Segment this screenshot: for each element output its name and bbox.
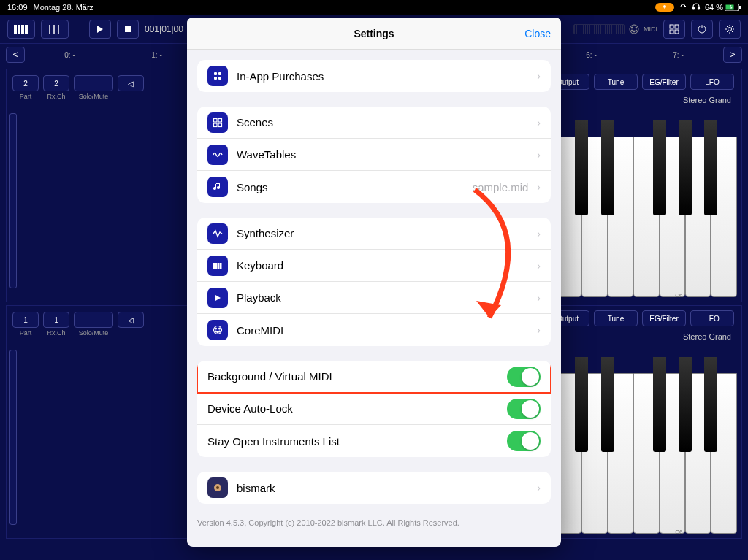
row-songs[interactable]: Songs sample.mid › bbox=[197, 171, 551, 203]
row-background-virtual-midi[interactable]: Background / Virtual MIDI bbox=[197, 361, 551, 393]
svg-rect-8 bbox=[18, 25, 20, 34]
status-bar: 16:09 Montag 28. März 64 % bbox=[0, 0, 748, 15]
status-date: Montag 28. März bbox=[34, 3, 94, 12]
slot-0[interactable]: 0: - bbox=[28, 51, 112, 59]
songs-detail: sample.mid bbox=[473, 181, 529, 193]
scenes-icon bbox=[207, 112, 228, 133]
svg-point-0 bbox=[663, 5, 666, 8]
svg-point-42 bbox=[219, 328, 221, 329]
row-scenes[interactable]: Scenes › bbox=[197, 107, 551, 139]
synth-icon bbox=[207, 223, 228, 244]
next-slot-button[interactable]: > bbox=[723, 47, 742, 63]
microphone-indicator bbox=[655, 3, 674, 12]
egfilter-button[interactable]: EG/Filter bbox=[642, 74, 686, 90]
playback-icon bbox=[207, 288, 228, 308]
tune-button[interactable]: Tune bbox=[594, 310, 638, 326]
part-selector[interactable]: 1 bbox=[12, 312, 39, 328]
midi-activity bbox=[573, 24, 625, 34]
status-time: 16:09 bbox=[7, 3, 28, 12]
octave-label: C6 bbox=[675, 529, 682, 535]
prev-slot-button[interactable]: < bbox=[6, 47, 25, 63]
chevron-right-icon: › bbox=[537, 181, 541, 193]
octave-down-button[interactable]: ◁ bbox=[118, 312, 144, 328]
svg-rect-38 bbox=[218, 263, 220, 269]
svg-point-41 bbox=[215, 328, 217, 329]
row-bismark[interactable]: bismark › bbox=[197, 472, 551, 504]
close-button[interactable]: Close bbox=[524, 28, 551, 39]
svg-rect-32 bbox=[214, 118, 218, 122]
svg-rect-3 bbox=[698, 7, 699, 9]
chevron-right-icon: › bbox=[537, 260, 541, 272]
keyboard-view-button[interactable] bbox=[7, 20, 35, 39]
row-device-autolock[interactable]: Device Auto-Lock bbox=[197, 393, 551, 425]
svg-rect-21 bbox=[670, 25, 673, 28]
lfo-button[interactable]: LFO bbox=[690, 74, 734, 90]
rxch-selector[interactable]: 2 bbox=[43, 75, 69, 91]
svg-rect-10 bbox=[25, 25, 28, 34]
bismark-icon bbox=[207, 477, 228, 498]
lfo-button[interactable]: LFO bbox=[690, 310, 734, 326]
svg-rect-24 bbox=[675, 30, 679, 34]
mixer-view-button[interactable] bbox=[41, 20, 69, 39]
modal-title: Settings bbox=[354, 28, 394, 39]
modal-header: Settings Close bbox=[187, 18, 561, 50]
row-synthesizer[interactable]: Synthesizer › bbox=[197, 218, 551, 250]
svg-rect-30 bbox=[214, 77, 217, 80]
egfilter-button[interactable]: EG/Filter bbox=[642, 310, 686, 326]
knob-button[interactable] bbox=[691, 20, 713, 39]
play-button[interactable] bbox=[89, 20, 111, 39]
svg-point-18 bbox=[631, 30, 633, 31]
slot-1[interactable]: 1: - bbox=[115, 51, 199, 59]
octave-label: C6 bbox=[675, 292, 682, 299]
settings-group-purchases: In-App Purchases › bbox=[197, 60, 551, 92]
svg-rect-22 bbox=[675, 25, 679, 28]
slot-6[interactable]: 6: - bbox=[549, 51, 633, 59]
orientation-lock-icon bbox=[679, 2, 687, 12]
slot-7[interactable]: 7: - bbox=[636, 51, 720, 59]
svg-point-16 bbox=[631, 27, 633, 28]
settings-modal: Settings Close In-App Purchases › Scenes… bbox=[187, 18, 561, 547]
svg-rect-31 bbox=[218, 77, 221, 80]
svg-point-45 bbox=[217, 331, 218, 333]
svg-rect-9 bbox=[21, 25, 24, 34]
chevron-right-icon: › bbox=[537, 324, 541, 336]
row-inapp-purchases[interactable]: In-App Purchases › bbox=[197, 60, 551, 92]
svg-rect-2 bbox=[692, 7, 694, 9]
svg-rect-35 bbox=[218, 123, 222, 127]
stop-button[interactable] bbox=[117, 20, 139, 39]
row-keyboard[interactable]: Keyboard › bbox=[197, 250, 551, 282]
svg-rect-6 bbox=[739, 6, 741, 9]
grid-button[interactable] bbox=[663, 20, 685, 39]
volume-slider-2[interactable] bbox=[9, 350, 17, 525]
toggle-device-autolock[interactable] bbox=[507, 399, 541, 419]
version-footer: Version 4.5.3, Copyright (c) 2010-2022 b… bbox=[197, 518, 551, 527]
svg-point-44 bbox=[219, 331, 221, 332]
tune-button[interactable]: Tune bbox=[594, 74, 638, 90]
settings-group-content: Scenes › WaveTables › Songs sample.mid › bbox=[197, 107, 551, 203]
row-coremidi[interactable]: CoreMIDI › bbox=[197, 314, 551, 346]
keyboard-icon bbox=[207, 256, 228, 276]
solo-mute-button[interactable] bbox=[74, 312, 113, 328]
headphones-icon bbox=[692, 2, 701, 12]
chevron-right-icon: › bbox=[537, 149, 541, 161]
chevron-right-icon: › bbox=[537, 292, 541, 304]
rxch-selector[interactable]: 1 bbox=[43, 312, 69, 328]
svg-rect-14 bbox=[125, 26, 131, 32]
svg-point-20 bbox=[633, 31, 635, 32]
row-wavetables[interactable]: WaveTables › bbox=[197, 139, 551, 171]
part-selector[interactable]: 2 bbox=[12, 75, 39, 91]
settings-button[interactable] bbox=[719, 20, 741, 39]
svg-rect-28 bbox=[214, 72, 217, 75]
toggle-background-midi[interactable] bbox=[507, 367, 541, 387]
svg-rect-29 bbox=[218, 72, 221, 75]
row-stay-open-instruments[interactable]: Stay Open Instruments List bbox=[197, 425, 551, 457]
octave-down-button[interactable]: ◁ bbox=[118, 75, 144, 91]
songs-icon bbox=[207, 177, 228, 197]
settings-group-engine: Synthesizer › Keyboard › Playback › bbox=[197, 218, 551, 346]
toggle-stay-open[interactable] bbox=[507, 431, 541, 451]
svg-rect-7 bbox=[14, 25, 17, 34]
solo-mute-button[interactable] bbox=[74, 75, 113, 91]
svg-rect-1 bbox=[664, 8, 665, 9]
volume-slider-1[interactable] bbox=[9, 113, 17, 288]
row-playback[interactable]: Playback › bbox=[197, 282, 551, 314]
